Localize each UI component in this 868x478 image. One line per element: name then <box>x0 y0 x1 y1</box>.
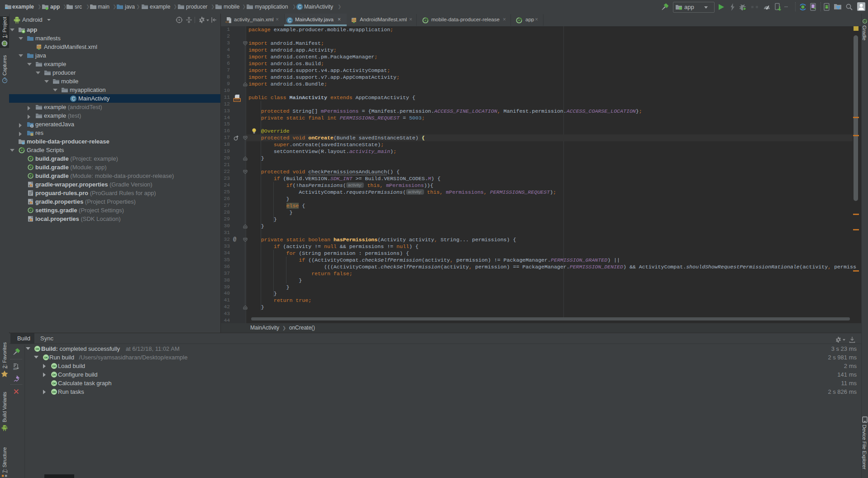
svg-text:<>: <> <box>37 45 41 49</box>
svg-text:<>: <> <box>225 20 229 24</box>
svg-text:OK: OK <box>52 373 56 376</box>
svg-text:C: C <box>288 18 291 23</box>
svg-text:OK: OK <box>44 356 48 359</box>
svg-text:OK: OK <box>52 382 56 385</box>
svg-text:OK: OK <box>35 348 39 350</box>
svg-text:«»: «» <box>235 98 239 102</box>
svg-text:OK: OK <box>52 391 56 393</box>
svg-text:C: C <box>72 96 75 101</box>
svg-text:OK: OK <box>52 365 56 368</box>
svg-text:C: C <box>298 5 301 10</box>
svg-text:<>: <> <box>352 19 356 22</box>
svg-text:ab: ab <box>13 367 17 370</box>
